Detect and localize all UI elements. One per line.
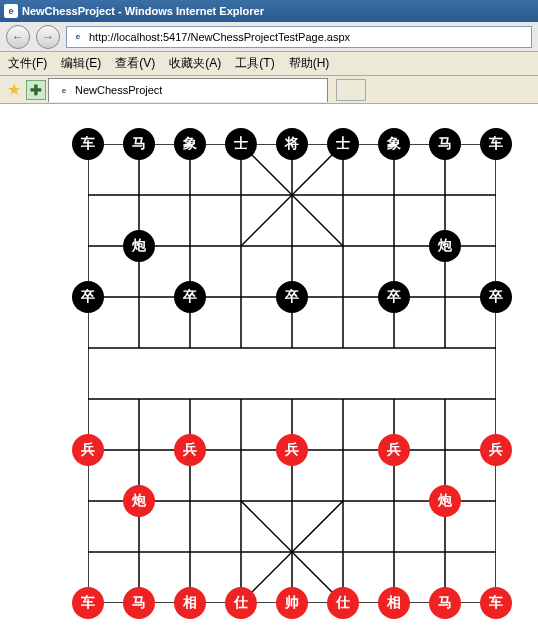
piece-red-9-5[interactable]: 仕 <box>327 587 359 619</box>
piece-black-0-1[interactable]: 马 <box>123 128 155 160</box>
piece-black-0-7[interactable]: 马 <box>429 128 461 160</box>
tab-ie-icon: e <box>57 83 71 97</box>
piece-black-0-0[interactable]: 车 <box>72 128 104 160</box>
ie-icon: e <box>4 4 18 18</box>
piece-red-9-1[interactable]: 马 <box>123 587 155 619</box>
piece-red-6-4[interactable]: 兵 <box>276 434 308 466</box>
tab-title: NewChessProject <box>75 84 162 96</box>
piece-black-0-5[interactable]: 士 <box>327 128 359 160</box>
piece-red-9-7[interactable]: 马 <box>429 587 461 619</box>
piece-red-9-4[interactable]: 帅 <box>276 587 308 619</box>
url-text: http://localhost:5417/NewChessProjectTes… <box>89 31 350 43</box>
page-content: 车马象士将士象马车炮炮卒卒卒卒卒兵兵兵兵兵炮炮车马相仕帅仕相马车 <box>0 104 538 630</box>
address-bar[interactable]: e http://localhost:5417/NewChessProjectT… <box>66 26 532 48</box>
menu-edit[interactable]: 编辑(E) <box>61 55 101 72</box>
piece-red-7-1[interactable]: 炮 <box>123 485 155 517</box>
piece-red-6-0[interactable]: 兵 <box>72 434 104 466</box>
board-grid <box>88 144 496 603</box>
piece-black-0-4[interactable]: 将 <box>276 128 308 160</box>
piece-black-0-6[interactable]: 象 <box>378 128 410 160</box>
menu-favorites[interactable]: 收藏夹(A) <box>169 55 221 72</box>
piece-red-9-0[interactable]: 车 <box>72 587 104 619</box>
browser-tab[interactable]: e NewChessProject <box>48 78 328 102</box>
menu-view[interactable]: 查看(V) <box>115 55 155 72</box>
new-tab-button[interactable] <box>336 79 366 101</box>
piece-black-2-7[interactable]: 炮 <box>429 230 461 262</box>
piece-black-0-3[interactable]: 士 <box>225 128 257 160</box>
piece-red-9-8[interactable]: 车 <box>480 587 512 619</box>
page-icon: e <box>71 30 85 44</box>
piece-red-7-7[interactable]: 炮 <box>429 485 461 517</box>
window-titlebar: e NewChessProject - Windows Internet Exp… <box>0 0 538 22</box>
piece-black-3-4[interactable]: 卒 <box>276 281 308 313</box>
piece-black-0-8[interactable]: 车 <box>480 128 512 160</box>
piece-black-3-0[interactable]: 卒 <box>72 281 104 313</box>
back-button[interactable]: ← <box>6 25 30 49</box>
piece-black-3-6[interactable]: 卒 <box>378 281 410 313</box>
piece-black-0-2[interactable]: 象 <box>174 128 206 160</box>
window-title: NewChessProject - Windows Internet Explo… <box>22 5 264 17</box>
xiangqi-board[interactable]: 车马象士将士象马车炮炮卒卒卒卒卒兵兵兵兵兵炮炮车马相仕帅仕相马车 <box>88 144 496 603</box>
piece-black-3-8[interactable]: 卒 <box>480 281 512 313</box>
piece-red-9-3[interactable]: 仕 <box>225 587 257 619</box>
menu-tools[interactable]: 工具(T) <box>235 55 274 72</box>
favorites-star-icon[interactable]: ★ <box>4 80 24 100</box>
forward-button[interactable]: → <box>36 25 60 49</box>
piece-red-6-2[interactable]: 兵 <box>174 434 206 466</box>
menu-bar: 文件(F) 编辑(E) 查看(V) 收藏夹(A) 工具(T) 帮助(H) <box>0 52 538 76</box>
menu-file[interactable]: 文件(F) <box>8 55 47 72</box>
piece-red-9-6[interactable]: 相 <box>378 587 410 619</box>
piece-red-9-2[interactable]: 相 <box>174 587 206 619</box>
piece-red-6-8[interactable]: 兵 <box>480 434 512 466</box>
piece-red-6-6[interactable]: 兵 <box>378 434 410 466</box>
piece-black-2-1[interactable]: 炮 <box>123 230 155 262</box>
piece-black-3-2[interactable]: 卒 <box>174 281 206 313</box>
nav-toolbar: ← → e http://localhost:5417/NewChessProj… <box>0 22 538 52</box>
tab-bar: ★ ✚ e NewChessProject <box>0 76 538 104</box>
add-favorite-button[interactable]: ✚ <box>26 80 46 100</box>
menu-help[interactable]: 帮助(H) <box>289 55 330 72</box>
